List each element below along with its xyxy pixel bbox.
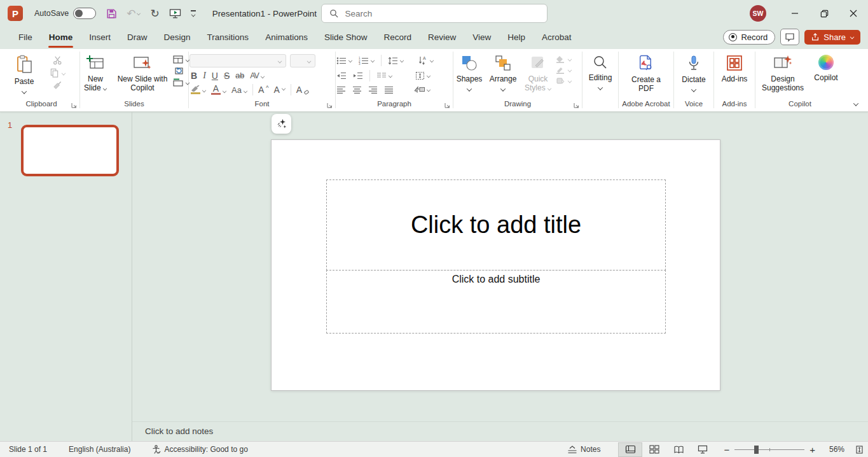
new-slide-with-copilot-button[interactable]: New Slide with Copilot	[113, 53, 172, 92]
decrease-font-size-button[interactable]: A	[273, 85, 285, 95]
align-text-button[interactable]	[415, 71, 431, 80]
strikethrough-button[interactable]: S	[224, 71, 230, 81]
share-button[interactable]: Share	[804, 30, 860, 45]
font-name-combo[interactable]	[189, 54, 286, 67]
numbering-button[interactable]: 123	[359, 57, 375, 65]
clipboard-dialog-launcher[interactable]	[71, 102, 77, 108]
zoom-in-button[interactable]: +	[809, 444, 815, 455]
text-highlight-button[interactable]	[191, 85, 206, 94]
change-case-button[interactable]: Aa	[231, 85, 247, 95]
dictate-button[interactable]: Dictate	[676, 53, 712, 89]
reading-view-button[interactable]	[666, 442, 691, 457]
paragraph-dialog-launcher[interactable]	[444, 102, 450, 108]
design-suggestions-button[interactable]: Design Suggestions	[757, 53, 808, 92]
save-icon[interactable]	[106, 8, 117, 19]
text-direction-button[interactable]: A	[418, 56, 434, 65]
quick-styles-button[interactable]: Quick Styles	[521, 53, 555, 92]
undo-button[interactable]: ↶	[127, 7, 141, 20]
drawing-dialog-launcher[interactable]	[574, 102, 579, 108]
zoom-slider[interactable]	[734, 446, 804, 454]
increase-font-size-button[interactable]: A^	[258, 85, 269, 95]
decrease-indent-button[interactable]	[336, 72, 347, 80]
align-left-button[interactable]	[336, 86, 346, 94]
clear-formatting-button[interactable]: A	[296, 85, 310, 95]
language-status[interactable]: English (Australia)	[69, 445, 130, 454]
align-right-button[interactable]	[368, 86, 378, 94]
zoom-out-button[interactable]: −	[724, 444, 729, 455]
tab-file[interactable]: File	[10, 27, 41, 49]
accessibility-status[interactable]: Accessibility: Good to go	[152, 445, 247, 454]
restore-button[interactable]	[809, 0, 839, 27]
user-avatar[interactable]: SW	[750, 5, 766, 22]
format-painter-button[interactable]	[41, 81, 74, 90]
slide-count-status[interactable]: Slide 1 of 1	[9, 445, 47, 454]
tab-view[interactable]: View	[464, 27, 499, 49]
slide-sorter-view-button[interactable]	[642, 442, 666, 457]
minimize-button[interactable]	[780, 0, 809, 27]
strikethrough-ab-button[interactable]: ab	[235, 71, 244, 80]
designer-suggestions-button[interactable]	[272, 114, 291, 134]
align-center-button[interactable]	[352, 86, 362, 94]
tab-design[interactable]: Design	[156, 27, 199, 49]
bullets-button[interactable]	[336, 57, 352, 65]
slide-canvas[interactable]: Click to add title Click to add subtitle	[271, 139, 720, 391]
zoom-percentage[interactable]: 56%	[823, 445, 844, 454]
collapse-ribbon-chevron[interactable]	[853, 101, 858, 106]
autosave-toggle[interactable]	[73, 8, 96, 19]
tab-insert[interactable]: Insert	[81, 27, 119, 49]
slide-layout-button[interactable]	[173, 55, 189, 64]
editing-button[interactable]: Editing	[584, 53, 617, 87]
normal-view-button[interactable]	[618, 442, 642, 457]
notes-toggle-button[interactable]: Notes	[567, 445, 600, 454]
tab-draw[interactable]: Draw	[119, 27, 156, 49]
convert-smartart-button[interactable]	[414, 85, 431, 94]
section-button[interactable]	[173, 78, 189, 87]
search-box[interactable]	[321, 4, 548, 23]
redo-button[interactable]: ↻	[150, 7, 159, 20]
notes-pane[interactable]: Click to add notes	[132, 421, 868, 441]
tab-record[interactable]: Record	[375, 27, 420, 49]
reset-slide-button[interactable]	[173, 67, 189, 75]
shapes-button[interactable]: Shapes	[454, 53, 485, 88]
create-pdf-button[interactable]: Create a PDF	[627, 53, 665, 93]
close-button[interactable]	[839, 0, 868, 27]
shape-fill-button[interactable]	[556, 55, 581, 63]
slide-thumbnail[interactable]	[21, 125, 119, 176]
tab-slide-show[interactable]: Slide Show	[316, 27, 376, 49]
tab-animations[interactable]: Animations	[257, 27, 316, 49]
shape-effects-button[interactable]	[556, 77, 581, 85]
tab-transitions[interactable]: Transitions	[199, 27, 258, 49]
arrange-button[interactable]: Arrange	[486, 53, 520, 88]
columns-button[interactable]	[376, 72, 392, 80]
font-size-combo[interactable]	[290, 54, 315, 67]
line-spacing-button[interactable]	[388, 57, 404, 65]
addins-button[interactable]: Add-ins	[716, 53, 753, 83]
shape-outline-button[interactable]	[556, 66, 581, 74]
font-color-button[interactable]: A	[211, 85, 226, 95]
title-placeholder[interactable]: Click to add title	[326, 179, 666, 271]
subtitle-placeholder[interactable]: Click to add subtitle	[326, 270, 666, 334]
underline-button[interactable]: U	[212, 71, 218, 81]
search-input[interactable]	[345, 9, 523, 18]
comments-button[interactable]	[780, 29, 799, 45]
justify-button[interactable]	[384, 86, 394, 94]
bold-button[interactable]: B	[191, 71, 197, 81]
tab-review[interactable]: Review	[420, 27, 464, 49]
cut-button[interactable]	[41, 55, 74, 65]
slideshow-view-button[interactable]	[691, 442, 715, 457]
start-slideshow-icon[interactable]	[169, 8, 181, 19]
tab-home[interactable]: Home	[41, 27, 81, 49]
record-button[interactable]: Record	[723, 30, 775, 45]
zoom-slider-thumb[interactable]	[754, 446, 759, 454]
new-slide-button[interactable]: New Slide	[79, 53, 112, 92]
increase-indent-button[interactable]	[353, 72, 363, 80]
paste-button[interactable]: Paste	[9, 53, 39, 91]
tab-acrobat[interactable]: Acrobat	[534, 27, 580, 49]
italic-button[interactable]: I	[203, 71, 206, 81]
fit-slide-to-window-button[interactable]	[855, 445, 864, 454]
copilot-button[interactable]: Copilot	[809, 53, 843, 82]
tab-help[interactable]: Help	[499, 27, 534, 49]
font-dialog-launcher[interactable]	[327, 102, 333, 108]
character-spacing-button[interactable]: AV	[250, 71, 265, 80]
copy-button[interactable]	[41, 68, 74, 78]
